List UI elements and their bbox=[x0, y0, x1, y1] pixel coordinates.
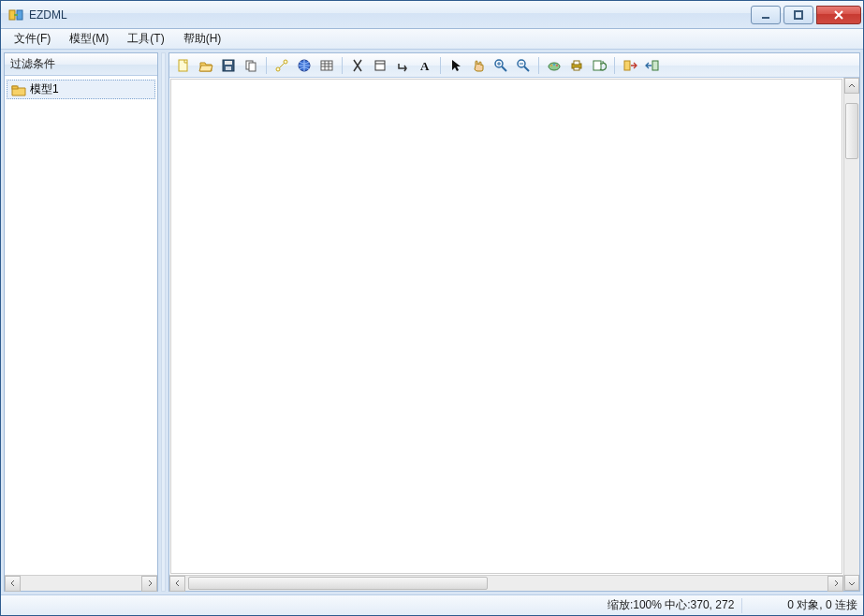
app-icon bbox=[8, 7, 23, 22]
pointer-icon bbox=[448, 58, 463, 73]
svg-rect-11 bbox=[249, 63, 256, 71]
print-icon bbox=[569, 58, 584, 73]
zoom-in-button[interactable] bbox=[491, 55, 511, 76]
copy-icon bbox=[243, 58, 258, 73]
svg-rect-27 bbox=[593, 61, 601, 70]
svg-rect-2 bbox=[14, 14, 18, 16]
svg-rect-5 bbox=[12, 86, 18, 89]
svg-rect-15 bbox=[321, 61, 332, 70]
model-tree[interactable]: 模型1 bbox=[5, 76, 157, 575]
zoom-out-icon bbox=[516, 58, 531, 73]
reverse-engineer-button[interactable] bbox=[642, 55, 663, 76]
maximize-button[interactable] bbox=[783, 6, 813, 24]
table-button[interactable] bbox=[316, 55, 337, 76]
save-icon bbox=[221, 58, 236, 73]
diagram-canvas[interactable] bbox=[170, 79, 842, 574]
generate-icon bbox=[622, 58, 637, 73]
new-button[interactable] bbox=[173, 55, 194, 76]
tree-root-label: 模型1 bbox=[30, 81, 59, 97]
pointer-button[interactable] bbox=[446, 55, 466, 76]
scroll-right-button[interactable] bbox=[141, 576, 157, 592]
globe-icon bbox=[297, 58, 312, 73]
svg-rect-4 bbox=[795, 11, 802, 19]
svg-rect-6 bbox=[179, 60, 187, 71]
scroll-track[interactable] bbox=[21, 576, 141, 591]
reverse-engineer-icon bbox=[645, 58, 660, 73]
canvas-scroll-down-button[interactable] bbox=[844, 575, 859, 591]
splitter[interactable] bbox=[161, 52, 166, 592]
toolbar-separator bbox=[538, 57, 539, 74]
refresh-model-button[interactable] bbox=[589, 55, 609, 76]
window-title: EZDML bbox=[29, 8, 748, 22]
menu-model[interactable]: 模型(M) bbox=[60, 29, 118, 49]
main-panel: A bbox=[168, 52, 860, 592]
sidebar: 过滤条件 模型1 bbox=[4, 52, 158, 592]
canvas-wrap bbox=[169, 78, 859, 591]
canvas-scroll-up-button[interactable] bbox=[844, 78, 859, 94]
canvas-vscrollbar[interactable] bbox=[843, 78, 859, 591]
toolbar-separator bbox=[266, 57, 267, 74]
filter-header: 过滤条件 bbox=[5, 53, 157, 76]
copy-button[interactable] bbox=[241, 55, 261, 76]
svg-rect-3 bbox=[762, 17, 769, 19]
cut-icon bbox=[350, 58, 365, 73]
canvas-vscroll-track[interactable] bbox=[844, 94, 859, 575]
paint-icon bbox=[547, 58, 562, 73]
text-icon: A bbox=[417, 58, 432, 73]
zoom-out-button[interactable] bbox=[513, 55, 534, 76]
print-button[interactable] bbox=[566, 55, 587, 76]
open-button[interactable] bbox=[196, 55, 216, 76]
menu-help[interactable]: 帮助(H) bbox=[174, 29, 231, 49]
arrow-return-button[interactable] bbox=[392, 55, 413, 76]
canvas-hscrollbar[interactable] bbox=[169, 575, 843, 591]
content-area: 过滤条件 模型1 A bbox=[1, 50, 863, 594]
canvas-scroll-track[interactable] bbox=[185, 576, 827, 591]
status-objects: 0 对象, 0 连接 bbox=[750, 597, 857, 613]
toolbar-separator bbox=[342, 57, 343, 74]
hand-button[interactable] bbox=[468, 55, 489, 76]
paint-button[interactable] bbox=[544, 55, 564, 76]
insert-link-icon bbox=[274, 58, 289, 73]
entity-button[interactable] bbox=[370, 55, 390, 76]
svg-rect-28 bbox=[624, 61, 630, 70]
save-button[interactable] bbox=[218, 55, 239, 76]
entity-icon bbox=[373, 58, 388, 73]
canvas-vscroll-thumb[interactable] bbox=[845, 103, 858, 159]
hand-icon bbox=[471, 58, 486, 73]
svg-text:A: A bbox=[420, 59, 430, 73]
close-button[interactable] bbox=[816, 6, 861, 24]
svg-rect-25 bbox=[574, 61, 579, 65]
canvas-scroll-thumb[interactable] bbox=[188, 577, 488, 590]
toolbar-separator bbox=[614, 57, 615, 74]
menu-file[interactable]: 文件(F) bbox=[5, 29, 60, 49]
tree-root-node[interactable]: 模型1 bbox=[7, 80, 155, 99]
svg-rect-8 bbox=[225, 61, 232, 65]
zoom-in-icon bbox=[493, 58, 508, 73]
svg-rect-26 bbox=[574, 67, 579, 70]
sidebar-scrollbar[interactable] bbox=[5, 575, 157, 591]
globe-button[interactable] bbox=[294, 55, 315, 76]
status-zoom-center: 缩放:100% 中心:370, 272 bbox=[608, 597, 734, 613]
svg-rect-16 bbox=[375, 61, 385, 70]
new-icon bbox=[176, 58, 191, 73]
menubar: 文件(F) 模型(M) 工具(T) 帮助(H) bbox=[1, 29, 863, 50]
refresh-model-icon bbox=[592, 58, 607, 73]
svg-rect-29 bbox=[652, 61, 658, 70]
text-button[interactable]: A bbox=[415, 55, 435, 76]
table-icon bbox=[319, 58, 334, 73]
insert-link-button[interactable] bbox=[271, 55, 292, 76]
cut-button[interactable] bbox=[347, 55, 368, 76]
arrow-return-icon bbox=[395, 58, 410, 73]
statusbar: 缩放:100% 中心:370, 272 0 对象, 0 连接 bbox=[1, 594, 863, 615]
minimize-button[interactable] bbox=[751, 6, 781, 24]
generate-button[interactable] bbox=[620, 55, 640, 76]
toolbar: A bbox=[169, 53, 859, 78]
canvas-scroll-right-button[interactable] bbox=[827, 576, 843, 592]
status-separator bbox=[741, 598, 742, 613]
canvas-scroll-left-button[interactable] bbox=[169, 576, 185, 592]
folder-icon bbox=[11, 82, 26, 97]
svg-point-21 bbox=[550, 65, 552, 66]
svg-rect-9 bbox=[226, 66, 231, 70]
scroll-left-button[interactable] bbox=[5, 576, 21, 592]
menu-tool[interactable]: 工具(T) bbox=[118, 29, 173, 49]
